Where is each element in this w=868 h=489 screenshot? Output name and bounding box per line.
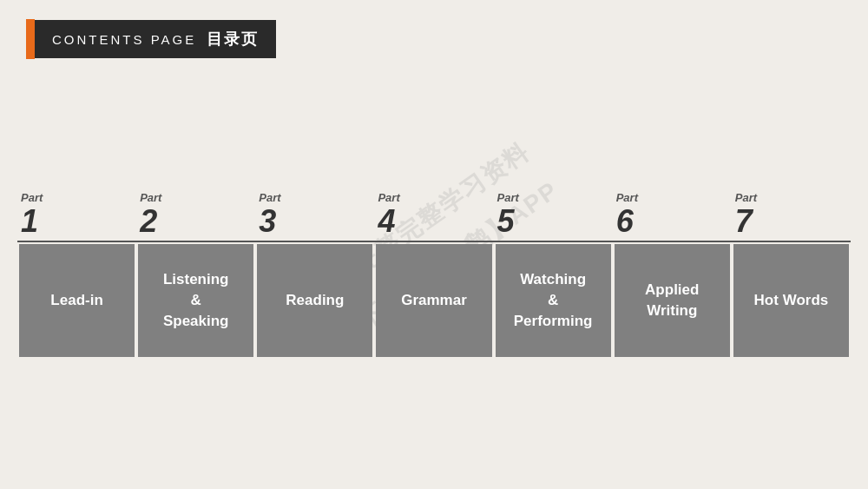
- part-line-2: [136, 241, 255, 242]
- card-text-6: AppliedWriting: [645, 280, 699, 321]
- card-text-4: Grammar: [401, 290, 467, 311]
- part-number-6: 6: [613, 206, 634, 237]
- part-col-7: Part7: [732, 191, 851, 242]
- part-col-1: Part1: [17, 191, 136, 242]
- part-col-5: Part5: [494, 191, 613, 242]
- part-number-3: 3: [255, 206, 276, 237]
- part-col-3: Part3: [255, 191, 374, 242]
- part-label-3: Part: [255, 191, 280, 204]
- card-part-3: Reading: [257, 244, 372, 357]
- card-part-6: AppliedWriting: [615, 244, 730, 357]
- part-line-3: [255, 241, 374, 242]
- card-part-1: Lead-in: [19, 244, 135, 357]
- part-line-7: [732, 241, 851, 242]
- cards-row: Lead-inListening&SpeakingReadingGrammarW…: [17, 242, 851, 359]
- contents-area: Part1Part2Part3Part4Part5Part6Part7 Lead…: [17, 191, 851, 359]
- part-label-1: Part: [17, 191, 43, 204]
- part-col-2: Part2: [136, 191, 255, 242]
- orange-accent-bar: [26, 19, 35, 59]
- header-title-cn: 目录页: [207, 29, 259, 50]
- part-number-7: 7: [732, 206, 753, 237]
- part-line-1: [17, 241, 136, 242]
- part-col-6: Part6: [613, 191, 732, 242]
- header: CONTENTS PAGE 目录页: [26, 19, 276, 59]
- part-label-2: Part: [136, 191, 161, 204]
- part-label-4: Part: [374, 191, 399, 204]
- part-number-5: 5: [494, 206, 515, 237]
- part-number-1: 1: [17, 206, 38, 237]
- part-label-5: Part: [494, 191, 519, 204]
- part-line-4: [374, 241, 493, 242]
- part-number-2: 2: [136, 206, 157, 237]
- header-title-box: CONTENTS PAGE 目录页: [35, 20, 276, 58]
- card-text-2: Listening&Speaking: [163, 269, 229, 331]
- card-part-7: Hot Words: [733, 244, 849, 357]
- card-part-2: Listening&Speaking: [138, 244, 253, 357]
- card-part-5: Watching&Performing: [496, 244, 611, 357]
- card-text-5: Watching&Performing: [514, 269, 593, 331]
- card-text-1: Lead-in: [50, 290, 102, 311]
- part-label-6: Part: [613, 191, 638, 204]
- card-part-4: Grammar: [376, 244, 491, 357]
- part-line-6: [613, 241, 732, 242]
- parts-labels-row: Part1Part2Part3Part4Part5Part6Part7: [17, 191, 851, 242]
- header-title-en: CONTENTS PAGE: [52, 32, 196, 47]
- card-text-7: Hot Words: [754, 290, 829, 311]
- card-text-3: Reading: [286, 290, 344, 311]
- part-col-4: Part4: [374, 191, 493, 242]
- part-number-4: 4: [374, 206, 395, 237]
- part-label-7: Part: [732, 191, 757, 204]
- part-line-5: [494, 241, 613, 242]
